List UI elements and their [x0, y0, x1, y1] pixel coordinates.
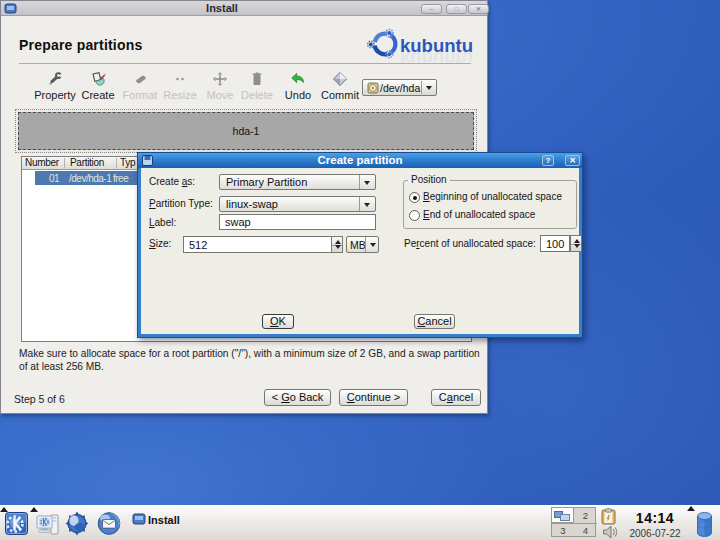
svg-text:kubuntu: kubuntu: [400, 48, 473, 63]
